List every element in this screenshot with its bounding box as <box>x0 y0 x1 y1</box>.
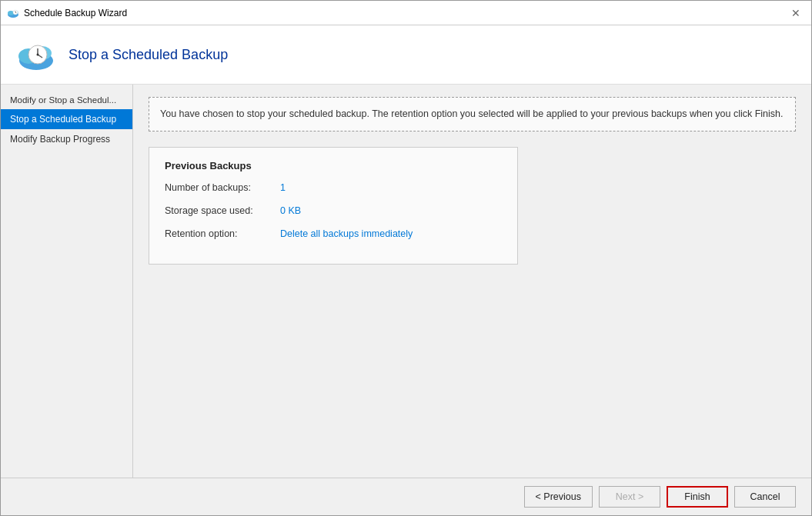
value-storage-space: 0 KB <box>280 205 301 216</box>
info-text: You have chosen to stop your scheduled b… <box>160 108 784 119</box>
sidebar: Modify or Stop a Schedul... Stop a Sched… <box>1 85 133 478</box>
detail-row-backups: Number of backups: 1 <box>165 182 502 193</box>
title-bar: Schedule Backup Wizard ✕ <box>1 1 811 25</box>
sidebar-item-stop-scheduled[interactable]: Stop a Scheduled Backup <box>1 109 132 129</box>
previous-button[interactable]: < Previous <box>524 486 593 508</box>
label-number-of-backups: Number of backups: <box>165 182 280 193</box>
sidebar-item-modify-or-stop[interactable]: Modify or Stop a Schedul... <box>1 91 132 109</box>
next-button[interactable]: Next > <box>599 486 660 508</box>
value-number-of-backups: 1 <box>280 182 286 193</box>
details-box: Previous Backups Number of backups: 1 St… <box>149 147 518 265</box>
header-icon <box>16 35 56 75</box>
title-bar-left: Schedule Backup Wizard <box>7 7 127 19</box>
close-button[interactable]: ✕ <box>787 4 805 22</box>
details-title: Previous Backups <box>165 160 502 171</box>
detail-row-storage: Storage space used: 0 KB <box>165 205 502 216</box>
header-area: Stop a Scheduled Backup <box>1 25 811 85</box>
detail-row-retention: Retention option: Delete all backups imm… <box>165 228 502 239</box>
main-content-area: You have chosen to stop your scheduled b… <box>133 85 811 478</box>
sidebar-item-modify-progress[interactable]: Modify Backup Progress <box>1 129 132 149</box>
label-retention-option: Retention option: <box>165 228 280 239</box>
info-box: You have chosen to stop your scheduled b… <box>149 97 796 131</box>
content-area: Modify or Stop a Schedul... Stop a Sched… <box>1 85 811 478</box>
footer: < Previous Next > Finish Cancel <box>1 478 811 515</box>
cancel-button[interactable]: Cancel <box>734 486 796 508</box>
window-title: Schedule Backup Wizard <box>24 8 127 18</box>
app-icon <box>7 7 19 19</box>
value-retention-option: Delete all backups immediately <box>280 228 413 239</box>
svg-point-12 <box>37 54 39 56</box>
label-storage-space: Storage space used: <box>165 205 280 216</box>
finish-button[interactable]: Finish <box>667 486 728 508</box>
main-window: Schedule Backup Wizard ✕ Stop a Schedule… <box>0 0 812 516</box>
page-title: Stop a Scheduled Backup <box>69 47 228 63</box>
